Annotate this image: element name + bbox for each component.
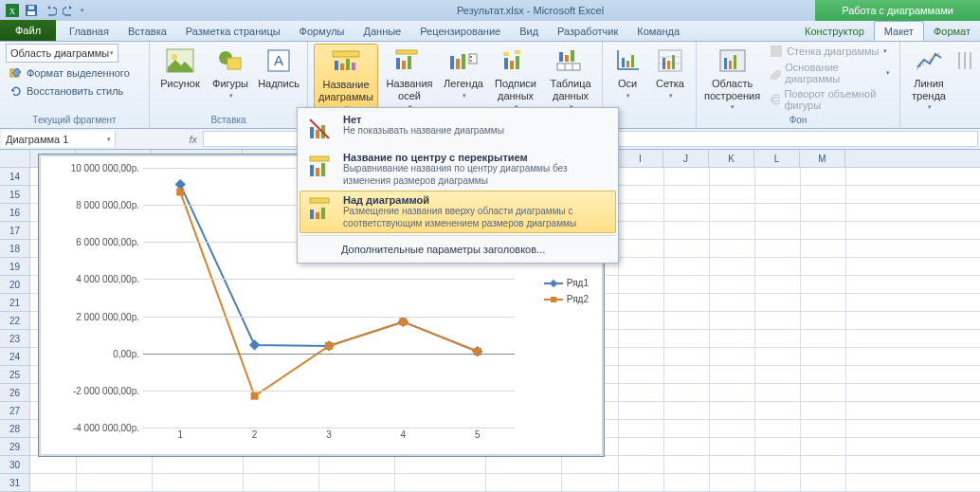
tab-Разметка страницы[interactable]: Разметка страницы <box>176 21 290 41</box>
row-header[interactable]: 20 <box>0 276 29 294</box>
reset-style-button[interactable]: Восстановить стиль <box>6 83 127 99</box>
row-header[interactable]: 30 <box>0 456 29 474</box>
svg-rect-21 <box>450 56 454 69</box>
dd-option-more[interactable]: Дополнительные параметры заголовков... <box>299 238 616 261</box>
tab-Формулы[interactable]: Формулы <box>290 21 354 41</box>
tab-Данные[interactable]: Данные <box>354 21 410 41</box>
undo-icon[interactable] <box>42 2 59 19</box>
svg-rect-68 <box>310 127 314 138</box>
plot-area-button[interactable]: Область построения▾ <box>702 44 762 111</box>
chart-title-button[interactable]: Название диаграммы▾ <box>314 44 378 113</box>
dd-option-above-chart[interactable]: Над диаграммойРазмещение названия вверху… <box>299 191 616 233</box>
svg-rect-73 <box>310 165 314 176</box>
tool-tab-Макет[interactable]: Макет <box>874 21 924 41</box>
row-header[interactable]: 16 <box>0 204 29 222</box>
svg-rect-34 <box>571 50 574 62</box>
row-header[interactable]: 21 <box>0 294 29 312</box>
svg-rect-46 <box>672 55 675 69</box>
y-tick-label: -4 000 000,00р. <box>39 423 139 433</box>
tool-tab-Формат[interactable]: Формат <box>924 21 980 41</box>
tab-Команда[interactable]: Команда <box>627 21 689 41</box>
svg-text:X: X <box>9 7 16 16</box>
col-header[interactable]: M <box>800 150 845 167</box>
svg-rect-76 <box>310 198 329 203</box>
svg-point-53 <box>771 98 780 101</box>
axes-button[interactable]: Оси▾ <box>608 44 646 100</box>
svg-rect-63 <box>176 188 184 195</box>
svg-rect-66 <box>399 318 407 325</box>
svg-rect-65 <box>325 342 333 350</box>
tab-Вид[interactable]: Вид <box>510 21 548 41</box>
dd-option-centered-overlay[interactable]: Название по центру с перекрытиемВыравнив… <box>299 148 616 191</box>
legend-button[interactable]: Легенда▾ <box>441 44 486 100</box>
group-current-selection: Область диаграммы ▾ Формат выделенного В… <box>0 42 150 128</box>
row-header[interactable]: 15 <box>0 186 29 204</box>
picture-button[interactable]: Рисунок <box>155 44 205 90</box>
svg-rect-28 <box>510 61 514 69</box>
svg-rect-59 <box>249 339 260 350</box>
x-tick-label: 3 <box>326 429 332 440</box>
tab-Разработчик[interactable]: Разработчик <box>548 21 627 41</box>
legend-entry: Ряд2 <box>544 294 589 304</box>
name-box[interactable]: Диаграмма 1 ▾ <box>2 131 116 147</box>
excel-icon[interactable]: X <box>4 2 21 19</box>
row-header[interactable]: 19 <box>0 258 29 276</box>
redo-icon[interactable] <box>61 2 78 19</box>
gridlines-button[interactable]: Сетка▾ <box>650 44 690 100</box>
data-table-button[interactable]: Таблица данных▾ <box>545 44 596 111</box>
dd-option-none[interactable]: НетНе показывать название диаграммы <box>299 110 616 148</box>
col-header[interactable]: L <box>754 150 800 167</box>
svg-point-52 <box>771 95 780 104</box>
svg-rect-14 <box>340 64 344 70</box>
row-header[interactable]: 23 <box>0 330 29 348</box>
svg-rect-50 <box>734 55 736 69</box>
chevron-down-icon: ▾ <box>107 136 111 143</box>
row-header[interactable]: 24 <box>0 348 29 366</box>
trendline-button[interactable]: Линия тренда▾ <box>906 44 952 111</box>
format-selection-button[interactable]: Формат выделенного <box>6 65 134 81</box>
svg-rect-3 <box>27 11 35 15</box>
chart-legend: Ряд1 Ряд2 <box>544 278 589 310</box>
col-header[interactable]: J <box>663 150 709 167</box>
row-header[interactable]: 29 <box>0 438 29 456</box>
svg-rect-35 <box>557 64 580 70</box>
lines-button[interactable] <box>955 44 974 76</box>
col-header[interactable]: I <box>618 150 663 167</box>
svg-rect-16 <box>352 63 355 70</box>
row-header[interactable]: 14 <box>0 168 29 186</box>
data-labels-button[interactable]: Подписи данных▾ <box>490 44 541 111</box>
row-header[interactable]: 17 <box>0 222 29 240</box>
x-tick-label: 4 <box>401 429 407 440</box>
col-header[interactable]: K <box>709 150 754 167</box>
shapes-button[interactable]: Фигуры▾ <box>209 44 252 100</box>
row-header[interactable]: 25 <box>0 366 29 384</box>
svg-rect-77 <box>310 210 314 219</box>
file-tab[interactable]: Файл <box>0 20 56 41</box>
svg-rect-24 <box>469 54 477 64</box>
x-tick-label: 1 <box>177 429 183 440</box>
row-header[interactable]: 22 <box>0 312 29 330</box>
tab-Главная[interactable]: Главная <box>60 21 118 41</box>
svg-rect-49 <box>729 61 732 69</box>
svg-rect-27 <box>504 58 508 69</box>
svg-rect-32 <box>559 52 563 62</box>
fx-label: fx <box>118 129 203 149</box>
row-header[interactable]: 28 <box>0 420 29 438</box>
save-icon[interactable] <box>23 2 40 19</box>
textbox-button[interactable]: A Надпись <box>256 44 301 90</box>
chart-element-combo[interactable]: Область диаграммы ▾ <box>6 44 118 63</box>
row-header[interactable]: 26 <box>0 384 29 402</box>
tab-Рецензирование[interactable]: Рецензирование <box>410 21 510 41</box>
row-header[interactable]: 31 <box>0 474 29 492</box>
y-tick-label: 8 000 000,00р. <box>39 200 139 210</box>
tab-Вставка[interactable]: Вставка <box>118 21 176 41</box>
tool-tab-Конструктор[interactable]: Конструктор <box>795 21 874 41</box>
svg-rect-44 <box>662 58 665 69</box>
rotation-3d-button: Поворот объемной фигуры <box>766 87 894 112</box>
row-header[interactable]: 18 <box>0 240 29 258</box>
row-header[interactable]: 27 <box>0 402 29 420</box>
svg-rect-45 <box>667 61 670 69</box>
svg-rect-17 <box>396 58 400 69</box>
title-bar: X ▾ Результат.xlsx - Microsoft Excel Раб… <box>0 0 980 21</box>
axis-titles-button[interactable]: Названия осей▾ <box>382 44 437 111</box>
